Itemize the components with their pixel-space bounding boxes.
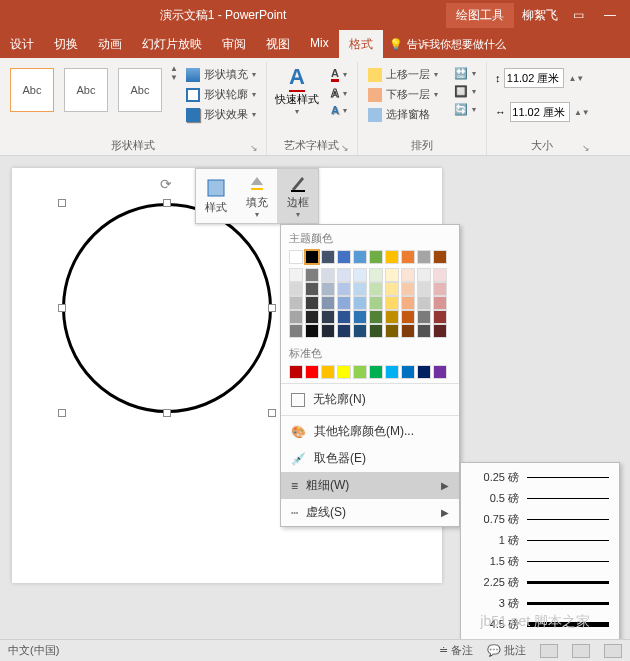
color-swatch[interactable] [401,282,415,296]
color-swatch[interactable] [417,296,431,310]
align-button[interactable]: 🔛▾ [452,66,478,81]
color-swatch[interactable] [401,296,415,310]
color-swatch[interactable] [433,250,447,264]
quick-style-button[interactable]: A 快速样式▾ [275,64,319,116]
mini-fill-button[interactable]: 填充▾ [237,169,278,223]
mini-style-button[interactable]: 样式 [196,169,237,223]
color-swatch[interactable] [401,268,415,282]
text-effects-button[interactable]: A▾ [329,103,349,117]
color-swatch[interactable] [401,365,415,379]
weight-option[interactable]: 3 磅 [461,593,619,614]
color-swatch[interactable] [353,268,367,282]
color-swatch[interactable] [289,310,303,324]
handle-e[interactable] [268,304,276,312]
weight-option[interactable]: 1.5 磅 [461,551,619,572]
text-fill-button[interactable]: A▾ [329,66,349,83]
wordart-launcher[interactable]: ↘ [341,143,349,153]
weight-option[interactable]: 0.5 磅 [461,488,619,509]
color-swatch[interactable] [305,282,319,296]
color-swatch[interactable] [353,324,367,338]
more-colors-item[interactable]: 🎨其他轮廓颜色(M)... [281,418,459,445]
handle-n[interactable] [163,199,171,207]
color-swatch[interactable] [385,310,399,324]
color-swatch[interactable] [369,310,383,324]
color-swatch[interactable] [401,250,415,264]
color-swatch[interactable] [385,296,399,310]
color-swatch[interactable] [385,324,399,338]
group-button[interactable]: 🔲▾ [452,84,478,99]
color-swatch[interactable] [353,282,367,296]
eyedropper-item[interactable]: 💉取色器(E) [281,445,459,472]
circle-shape[interactable] [62,203,272,413]
mini-outline-button[interactable]: 边框▾ [277,169,318,223]
weight-option[interactable]: 0.75 磅 [461,509,619,530]
tab-slideshow[interactable]: 幻灯片放映 [132,30,212,58]
color-swatch[interactable] [337,365,351,379]
color-swatch[interactable] [321,365,335,379]
color-swatch[interactable] [321,250,335,264]
minimize-icon[interactable]: — [598,8,622,22]
color-swatch[interactable] [353,250,367,264]
weight-option[interactable]: 1 磅 [461,530,619,551]
text-outline-button[interactable]: A▾ [329,86,349,100]
color-swatch[interactable] [289,282,303,296]
tab-review[interactable]: 审阅 [212,30,256,58]
size-launcher[interactable]: ↘ [582,143,590,153]
handle-se[interactable] [268,409,276,417]
send-backward-button[interactable]: 下移一层▾ [366,86,440,103]
weight-option[interactable]: 4.5 磅 [461,614,619,635]
handle-sw[interactable] [58,409,66,417]
color-swatch[interactable] [417,310,431,324]
no-outline-item[interactable]: 无轮廓(N) [281,386,459,413]
tab-design[interactable]: 设计 [0,30,44,58]
rotate-handle[interactable]: ⟳ [160,176,176,192]
shape-styles-launcher[interactable]: ↘ [250,143,258,153]
color-swatch[interactable] [289,365,303,379]
weight-option[interactable]: 2.25 磅 [461,572,619,593]
shape-outline-button[interactable]: 形状轮廓▾ [184,86,258,103]
language-status[interactable]: 中文(中国) [8,643,59,658]
color-swatch[interactable] [433,282,447,296]
color-swatch[interactable] [289,324,303,338]
rotate-button[interactable]: 🔄▾ [452,102,478,117]
color-swatch[interactable] [369,282,383,296]
color-swatch[interactable] [321,310,335,324]
color-swatch[interactable] [369,324,383,338]
selection-pane-button[interactable]: 选择窗格 [366,106,440,123]
color-swatch[interactable] [337,310,351,324]
tab-animation[interactable]: 动画 [88,30,132,58]
bring-forward-button[interactable]: 上移一层▾ [366,66,440,83]
color-swatch[interactable] [305,296,319,310]
color-swatch[interactable] [321,324,335,338]
color-swatch[interactable] [337,250,351,264]
color-swatch[interactable] [289,250,303,264]
sorter-view-button[interactable] [572,644,590,658]
color-swatch[interactable] [321,268,335,282]
color-swatch[interactable] [417,365,431,379]
color-swatch[interactable] [353,365,367,379]
color-swatch[interactable] [417,268,431,282]
color-swatch[interactable] [401,310,415,324]
weight-option[interactable]: 0.25 磅 [461,467,619,488]
color-swatch[interactable] [433,365,447,379]
notes-button[interactable]: ≐ 备注 [439,643,473,658]
color-swatch[interactable] [401,324,415,338]
color-swatch[interactable] [353,296,367,310]
height-input[interactable] [504,68,564,88]
ribbon-options-icon[interactable]: ▭ [566,8,590,22]
tab-view[interactable]: 视图 [256,30,300,58]
reading-view-button[interactable] [604,644,622,658]
weight-item[interactable]: ≡粗细(W)▶ [281,472,459,499]
shape-style-preset-1[interactable]: Abc [10,68,54,112]
tab-transition[interactable]: 切换 [44,30,88,58]
color-swatch[interactable] [321,282,335,296]
color-swatch[interactable] [353,310,367,324]
color-swatch[interactable] [369,365,383,379]
color-swatch[interactable] [305,310,319,324]
handle-s[interactable] [163,409,171,417]
color-swatch[interactable] [337,296,351,310]
color-swatch[interactable] [369,296,383,310]
color-swatch[interactable] [433,268,447,282]
color-swatch[interactable] [337,324,351,338]
normal-view-button[interactable] [540,644,558,658]
